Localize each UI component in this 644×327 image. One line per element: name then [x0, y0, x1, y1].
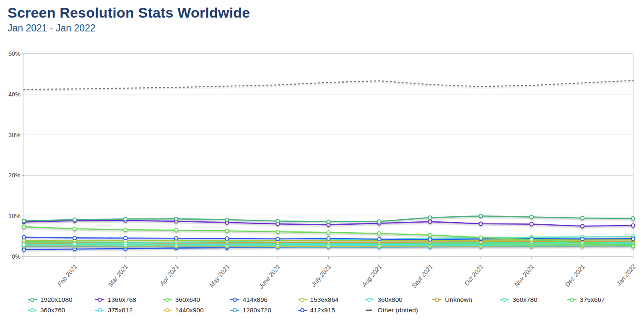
x-axis-tick-label: Dec 2021 — [564, 263, 586, 288]
data-point-marker[interactable] — [377, 232, 381, 235]
series-line-other[interactable] — [24, 80, 633, 89]
data-point-marker[interactable] — [377, 237, 381, 241]
legend-item-1920x1080[interactable]: 1920x1080 — [28, 296, 95, 304]
data-point-marker[interactable] — [631, 244, 635, 248]
legend-label: 360x640 — [175, 296, 200, 304]
data-point-marker[interactable] — [276, 237, 279, 241]
line-marker-icon — [567, 297, 576, 303]
chart: 0%10%20%30%40%50%Feb 2021Mar 2021Apr 202… — [0, 0, 644, 293]
data-point-marker[interactable] — [530, 222, 533, 226]
line-marker-icon — [298, 297, 307, 303]
legend-label: 1920x1080 — [40, 296, 73, 304]
x-axis-tick-label: Feb 2021 — [56, 263, 79, 288]
line-marker-icon — [500, 297, 509, 303]
y-axis-tick-label: 50% — [8, 50, 21, 57]
data-point-marker[interactable] — [479, 222, 483, 225]
line-marker-icon — [95, 297, 104, 303]
legend-label: 1440x900 — [175, 306, 204, 314]
data-point-marker[interactable] — [73, 236, 76, 239]
line-marker-icon — [28, 297, 37, 303]
x-axis-tick-label: Nov 2021 — [513, 263, 535, 288]
legend-label: 360x800 — [377, 296, 402, 304]
chart-header: Screen Resolution Stats Worldwide Jan 20… — [8, 3, 250, 34]
data-point-marker[interactable] — [581, 224, 584, 228]
data-point-marker[interactable] — [581, 237, 584, 241]
legend-label: 360x760 — [40, 306, 65, 314]
legend-item-other[interactable]: Other (dotted) — [365, 306, 432, 314]
data-point-marker[interactable] — [428, 233, 431, 236]
x-axis-tick-label: Aug 2021 — [360, 263, 383, 288]
legend-label: 1536x864 — [310, 296, 339, 304]
legend-item-375x812[interactable]: 375x812 — [95, 306, 163, 314]
line-marker-icon — [365, 297, 374, 303]
page-title: Screen Resolution Stats Worldwide — [8, 3, 250, 22]
legend-label: Unknown — [445, 296, 472, 304]
data-point-marker[interactable] — [327, 237, 330, 240]
data-point-marker[interactable] — [530, 238, 533, 241]
legend-item-1440x900[interactable]: 1440x900 — [163, 306, 230, 314]
data-point-marker[interactable] — [327, 220, 330, 223]
data-point-marker[interactable] — [428, 216, 431, 219]
data-point-marker[interactable] — [73, 227, 76, 230]
data-point-marker[interactable] — [428, 238, 431, 241]
y-axis-tick-label: 40% — [8, 91, 21, 98]
data-point-marker[interactable] — [73, 218, 76, 221]
legend-item-360x760[interactable]: 360x760 — [28, 306, 95, 314]
screen-resolution-stats-page: 0%10%20%30%40%50%Feb 2021Mar 2021Apr 202… — [0, 0, 644, 327]
data-point-marker[interactable] — [73, 242, 76, 246]
data-point-marker[interactable] — [22, 243, 26, 246]
data-point-marker[interactable] — [479, 236, 483, 239]
legend-item-360x640[interactable]: 360x640 — [163, 296, 230, 304]
data-point-marker[interactable] — [225, 218, 229, 221]
data-point-marker[interactable] — [327, 231, 330, 234]
legend-item-375x667[interactable]: 375x667 — [567, 296, 635, 304]
legend-label: 412x915 — [310, 306, 335, 314]
legend-label: 1280x720 — [243, 306, 271, 314]
data-point-marker[interactable] — [276, 219, 279, 223]
legend-item-414x896[interactable]: 414x896 — [230, 296, 298, 304]
y-axis-tick-label: 30% — [8, 132, 21, 138]
data-point-marker[interactable] — [631, 224, 635, 227]
chart-legend: 1920x10801366x768360x640414x8961536x8643… — [28, 296, 635, 314]
data-point-marker[interactable] — [581, 241, 584, 244]
data-point-marker[interactable] — [22, 219, 26, 223]
line-marker-icon — [163, 307, 172, 313]
data-point-marker[interactable] — [22, 236, 26, 239]
data-point-marker[interactable] — [174, 217, 178, 221]
legend-item-1280x720[interactable]: 1280x720 — [230, 306, 298, 314]
data-point-marker[interactable] — [225, 237, 229, 240]
data-point-marker[interactable] — [631, 237, 635, 240]
y-axis-tick-label: 0% — [12, 253, 21, 260]
data-point-marker[interactable] — [530, 215, 533, 218]
data-point-marker[interactable] — [22, 225, 26, 228]
legend-item-360x800[interactable]: 360x800 — [365, 296, 432, 304]
data-point-marker[interactable] — [428, 220, 431, 223]
dash-icon — [365, 307, 374, 313]
legend-item-unknown[interactable]: Unknown — [432, 296, 500, 304]
legend-label: Other (dotted) — [377, 306, 418, 314]
data-point-marker[interactable] — [581, 216, 584, 220]
data-point-marker[interactable] — [174, 236, 178, 240]
data-point-marker[interactable] — [631, 217, 635, 220]
legend-label: 414x896 — [243, 296, 267, 304]
legend-item-1536x864[interactable]: 1536x864 — [298, 296, 365, 304]
legend-item-360x780[interactable]: 360x780 — [500, 296, 567, 304]
legend-label: 360x780 — [512, 296, 537, 304]
y-axis-tick-label: 20% — [8, 172, 21, 179]
resolution-line-chart-svg[interactable]: 0%10%20%30%40%50%Feb 2021Mar 2021Apr 202… — [0, 0, 644, 293]
data-point-marker[interactable] — [225, 229, 229, 232]
line-marker-icon — [230, 297, 239, 303]
data-point-marker[interactable] — [377, 220, 381, 223]
data-point-marker[interactable] — [276, 230, 279, 234]
x-axis-tick-label: Oct 2021 — [463, 263, 485, 287]
legend-item-1366x768[interactable]: 1366x768 — [95, 296, 163, 304]
data-point-marker[interactable] — [124, 236, 127, 240]
data-point-marker[interactable] — [479, 214, 483, 218]
line-marker-icon — [432, 297, 441, 303]
series-lines-group — [22, 80, 635, 251]
legend-item-412x915[interactable]: 412x915 — [298, 306, 365, 314]
line-marker-icon — [95, 307, 104, 313]
data-point-marker[interactable] — [124, 217, 127, 221]
data-point-marker[interactable] — [174, 228, 178, 232]
data-point-marker[interactable] — [124, 228, 127, 231]
